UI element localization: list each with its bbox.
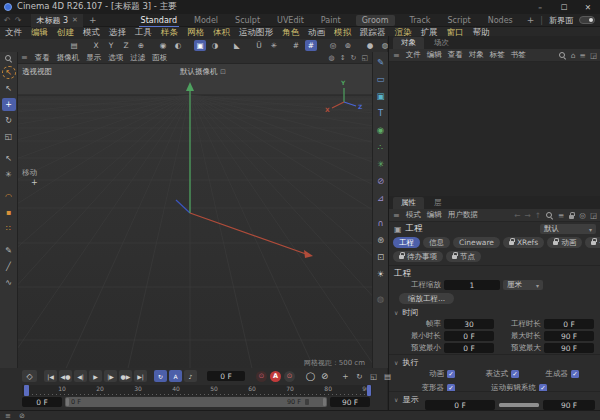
unit-dropdown[interactable]: 厘米 ▾	[503, 280, 543, 290]
viewport-menu-item[interactable]: 查看	[35, 53, 50, 63]
om-menu-item[interactable]: 查看	[448, 50, 463, 60]
primitive-cube-icon[interactable]: ▣	[374, 89, 387, 102]
layout-tab-uvedit[interactable]: UVEdit	[275, 15, 306, 26]
search-icon[interactable]	[558, 51, 567, 60]
chip-cineware[interactable]: Cineware	[453, 237, 500, 248]
edge-tool-icon[interactable]: ◠	[2, 190, 16, 203]
quantize-icon[interactable]: ✳	[268, 40, 280, 51]
cloner-icon[interactable]: ∴	[374, 140, 387, 153]
chip-xrefs[interactable]: XRefs	[503, 237, 544, 248]
volume-builder-icon[interactable]: ⊘	[374, 174, 387, 187]
sound-icon[interactable]: ♪	[184, 370, 197, 382]
record-rotation-icon[interactable]: ↻	[354, 371, 365, 382]
project-scale-field[interactable]: 1	[444, 280, 500, 290]
layout-tab-script[interactable]: Script	[446, 15, 473, 26]
checkbox-checked-icon[interactable]: ✓	[447, 370, 455, 378]
workplane-icon[interactable]: ◣	[231, 40, 243, 51]
om-menu-item[interactable]: 标签	[490, 50, 505, 60]
motext-icon[interactable]: T	[374, 106, 387, 119]
undo-icon[interactable]: ↶	[4, 16, 11, 25]
attr-menu-item[interactable]: 模式	[406, 210, 421, 220]
bend-deformer-icon[interactable]: ∩	[374, 216, 387, 229]
primitive-cube-icon[interactable]: ▣	[194, 40, 206, 51]
snap-move-icon[interactable]: ↖	[2, 152, 16, 165]
time-field[interactable]: 0 F	[444, 343, 494, 353]
next-frame-icon[interactable]: |▶	[104, 370, 117, 382]
move-tool-icon[interactable]: +	[2, 98, 16, 111]
layout-tab-model[interactable]: Model	[192, 15, 220, 26]
minimize-button[interactable]: –	[528, 0, 552, 14]
autokeying-icon[interactable]: A	[270, 371, 281, 382]
range-start-field[interactable]: 0 F	[22, 397, 62, 407]
menu-item[interactable]: 样条	[161, 27, 178, 39]
render-view-icon[interactable]: ◉	[157, 40, 169, 51]
camera-label[interactable]: 默认摄像机 ⊡	[158, 67, 248, 77]
document-tab[interactable]: 未标题 3 ✕	[31, 14, 83, 27]
horizontal-scrollbar[interactable]	[499, 403, 539, 407]
layout-tab-standard[interactable]: Standard	[139, 15, 179, 26]
viewport-menu-item[interactable]: 面板	[152, 53, 167, 63]
om-hamburger-icon[interactable]: ≡	[393, 51, 400, 60]
forward-icon[interactable]: →	[524, 211, 530, 220]
range-end-marker[interactable]	[367, 385, 371, 396]
attr-hamburger-icon[interactable]: ≡	[393, 211, 400, 220]
redo-icon[interactable]: ↷	[15, 16, 22, 25]
loop-icon[interactable]: ↻	[154, 370, 167, 382]
sky-icon[interactable]: ⊛	[374, 233, 387, 246]
spline-pen-icon[interactable]: ✎	[374, 55, 387, 68]
viewport-canvas[interactable]: Y X Z	[18, 64, 372, 368]
preview-range-slider[interactable]: 0 F 90 F	[65, 397, 327, 407]
tab-objects[interactable]: 对象	[393, 37, 424, 49]
menu-item[interactable]: 文件	[5, 27, 22, 39]
tab-close-icon[interactable]: ✕	[72, 16, 78, 24]
attr-menu-item[interactable]: 用户数据	[448, 210, 478, 220]
menu-item[interactable]: 网格	[187, 27, 204, 39]
om-menu-item[interactable]: 编辑	[427, 50, 442, 60]
chip-todo[interactable]: 待办事项	[393, 251, 443, 262]
menu-item[interactable]: 创建	[57, 27, 74, 39]
grid-snap-component-icon[interactable]: #	[305, 40, 317, 51]
check-generators[interactable]: 生成器 ✓	[519, 369, 579, 379]
menu-item[interactable]: 工具	[135, 27, 152, 39]
back-icon[interactable]: ←	[514, 211, 520, 220]
check-animation[interactable]: 动画 ✓	[399, 369, 455, 379]
checkbox-checked-icon[interactable]: ✓	[571, 370, 579, 378]
nocrash-icon[interactable]: ⊘	[19, 412, 25, 420]
time-section-header[interactable]: ∨ 时间	[394, 307, 418, 318]
material-icon[interactable]: ◍	[374, 292, 387, 305]
add-document-button[interactable]: +	[89, 15, 97, 25]
preset-dropdown[interactable]: 默认 ▾	[540, 224, 596, 234]
palette-icon[interactable]: ▤	[68, 40, 80, 51]
menu-item[interactable]: 角色	[282, 27, 299, 39]
viewport-menu-item[interactable]: 摄像机	[57, 53, 80, 63]
time-field[interactable]: 90 F	[544, 331, 594, 341]
sketch-spline-icon[interactable]: ∿	[2, 276, 16, 289]
om-menu-item[interactable]: 文件	[406, 50, 421, 60]
playhead[interactable]	[24, 385, 29, 396]
knife-tool-icon[interactable]: ╱	[2, 260, 16, 273]
expand-icon[interactable]: ◲	[590, 51, 597, 60]
axis-z-lock[interactable]: Z	[120, 40, 132, 51]
time-field[interactable]: 0 F	[444, 331, 494, 341]
subdivision-surface-icon[interactable]: ◉	[374, 123, 387, 136]
field-icon[interactable]: ✳	[374, 157, 387, 170]
scale-tool-icon[interactable]: ◱	[2, 130, 16, 143]
vp-maximize-icon[interactable]: ◱	[361, 54, 368, 62]
layout-tab-groom[interactable]: Groom	[356, 15, 395, 26]
close-button[interactable]: ✕	[576, 0, 600, 14]
grid-snap-icon[interactable]: #	[290, 40, 302, 51]
axis-x-lock[interactable]: X	[90, 40, 102, 51]
keyframe-icon[interactable]: ◇	[22, 370, 37, 382]
keyframe-selection-icon[interactable]: ◯	[305, 371, 316, 382]
record-scale-icon[interactable]: ◱	[368, 371, 379, 382]
filter-icon[interactable]: ≡	[580, 51, 586, 60]
om-menu-item[interactable]: 书签	[511, 50, 526, 60]
play-icon[interactable]: ▶	[89, 370, 102, 382]
filter-icon[interactable]: ≡	[558, 211, 564, 220]
doc-end-field[interactable]: 90 F	[543, 400, 595, 410]
up-icon[interactable]: ↑	[535, 211, 541, 220]
lock-icon[interactable]	[568, 211, 575, 219]
target-axis-icon[interactable]: ◎	[327, 40, 339, 51]
chip-project[interactable]: 工程	[393, 237, 420, 248]
menu-item[interactable]: 动画	[308, 27, 325, 39]
